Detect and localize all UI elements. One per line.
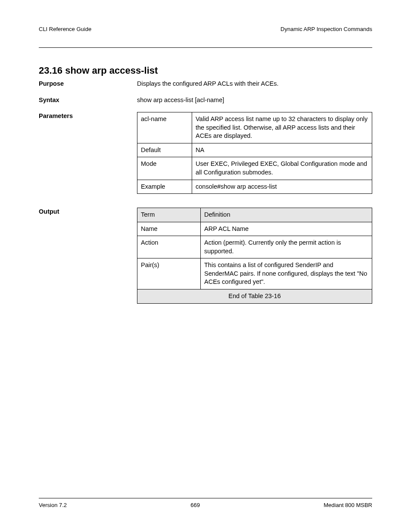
row-syntax: Syntax show arp access-list [acl-name] [39,96,372,105]
table-footer-row: End of Table 23-16 [137,289,372,304]
col-header: Term [137,208,201,222]
param-name: Example [137,180,192,194]
param-name: acl-name [137,112,192,143]
param-desc: User EXEC, Privileged EXEC, Global Confi… [192,157,372,180]
definition-cell: This contains a list of configured Sende… [201,258,372,289]
purpose-label: Purpose [39,80,137,88]
parameters-table-wrap: acl-name Valid ARP access list name up t… [137,112,372,194]
parameters-table: acl-name Valid ARP access list name up t… [137,112,372,194]
syntax-label: Syntax [39,96,137,105]
col-header: Definition [201,208,372,222]
footer-right: Mediant 800 MSBR [324,502,372,508]
header-right: Dynamic ARP Inspection Commands [280,26,372,32]
term-cell: Pair(s) [137,258,201,289]
syntax-text: show arp access-list [acl-name] [137,96,372,105]
param-name: Mode [137,157,192,180]
page: CLI Reference Guide Dynamic ARP Inspecti… [0,0,411,532]
table-row: Action Action (permit). Currently only t… [137,236,372,258]
section-heading: 23.16 show arp access-list [39,65,372,76]
footer-divider [39,498,372,498]
row-output: Output Term Definition Name ARP ACL Name… [39,208,372,304]
definition-cell: Action (permit). Currently only the perm… [201,236,372,258]
table-row: acl-name Valid ARP access list name up t… [137,112,372,143]
table-header-row: Term Definition [137,208,372,222]
table-footer: End of Table 23-16 [137,289,372,304]
body-area: Purpose Displays the configured ARP ACLs… [39,79,372,305]
term-cell: Action [137,236,201,258]
table-row: Pair(s) This contains a list of configur… [137,258,372,289]
page-header: CLI Reference Guide Dynamic ARP Inspecti… [39,26,372,32]
table-row: Default NA [137,143,372,157]
param-desc: console#show arp access-list [192,180,372,194]
output-label: Output [39,208,137,304]
purpose-text: Displays the configured ARP ACLs with th… [137,80,372,88]
param-name: Default [137,143,192,157]
output-table: Term Definition Name ARP ACL Name Action… [137,208,372,304]
term-cell: Name [137,222,201,236]
table-row: Example console#show arp access-list [137,180,372,194]
definition-cell: ARP ACL Name [201,222,372,236]
header-left: CLI Reference Guide [39,26,91,32]
table-row: Mode User EXEC, Privileged EXEC, Global … [137,157,372,180]
footer-row: Version 7.2 669 Mediant 800 MSBR [39,502,372,508]
parameters-label: Parameters [39,112,137,194]
param-desc: NA [192,143,372,157]
page-footer: Version 7.2 669 Mediant 800 MSBR [39,498,372,508]
footer-left: Version 7.2 [39,502,67,508]
footer-page-number: 669 [190,502,200,508]
row-parameters: Parameters acl-name Valid ARP access lis… [39,112,372,194]
output-table-wrap: Term Definition Name ARP ACL Name Action… [137,208,372,304]
param-desc: Valid ARP access list name up to 32 char… [192,112,372,143]
table-row: Name ARP ACL Name [137,222,372,236]
header-divider [39,47,372,48]
row-purpose: Purpose Displays the configured ARP ACLs… [39,80,372,88]
